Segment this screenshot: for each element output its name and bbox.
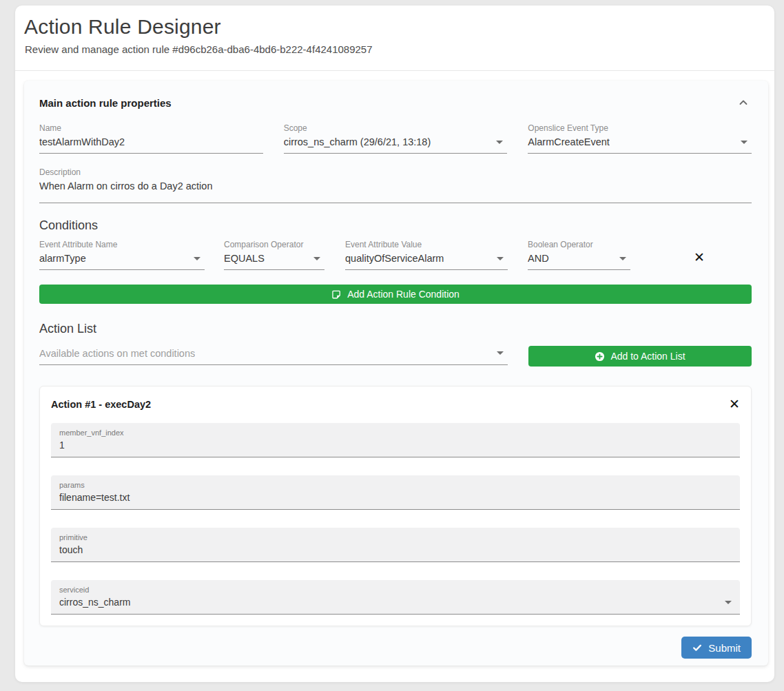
remove-action-close-icon[interactable]: ✕	[729, 398, 740, 411]
event-type-value: AlarmCreateEvent	[528, 136, 609, 147]
name-label: Name	[39, 123, 263, 133]
available-actions-select[interactable]: Available actions on met conditions	[39, 348, 508, 365]
params-field[interactable]: params filename=test.txt	[51, 475, 740, 510]
page-header: Action Rule Designer Review and manage a…	[15, 6, 774, 71]
description-label: Description	[39, 167, 752, 177]
event-attribute-value-value: qualityOfServiceAlarm	[345, 253, 444, 264]
chevron-up-icon[interactable]	[735, 96, 752, 110]
event-type-select[interactable]: Openslice Event Type AlarmCreateEvent	[528, 123, 752, 154]
available-actions-placeholder: Available actions on met conditions	[39, 348, 195, 359]
boolean-operator-value: AND	[528, 253, 549, 264]
dropdown-arrow-icon	[194, 257, 200, 260]
dropdown-arrow-icon	[497, 351, 504, 355]
add-condition-button-label: Add Action Rule Condition	[347, 289, 460, 300]
event-attribute-name-select[interactable]: Event Attribute Name alarmType	[39, 240, 205, 270]
page-subtitle: Review and manage action rule #d96cb26a-…	[25, 43, 765, 55]
serviceid-select[interactable]: serviceid cirros_ns_charm	[51, 580, 740, 615]
scope-value: cirros_ns_charm (29/6/21, 13:18)	[284, 136, 431, 147]
primitive-field[interactable]: primitive touch	[51, 528, 740, 562]
params-label: params	[59, 481, 732, 489]
boolean-operator-select[interactable]: Boolean Operator AND	[528, 240, 630, 270]
condition-row: Event Attribute Name alarmType Compariso…	[39, 240, 752, 270]
dropdown-arrow-icon	[497, 257, 504, 260]
primitive-label: primitive	[59, 533, 732, 542]
conditions-heading: Conditions	[39, 218, 752, 233]
add-circle-icon	[595, 351, 605, 362]
member-vnf-index-field[interactable]: member_vnf_index 1	[51, 423, 740, 457]
name-field[interactable]: Name testAlarmWithDay2	[39, 123, 263, 154]
primitive-value: touch	[59, 544, 83, 555]
member-vnf-index-value: 1	[59, 440, 65, 451]
boolean-operator-label: Boolean Operator	[528, 240, 630, 249]
dropdown-arrow-icon	[725, 601, 732, 604]
comparison-operator-select[interactable]: Comparison Operator EQUALS	[224, 240, 324, 270]
serviceid-value: cirros_ns_charm	[59, 597, 130, 608]
event-attribute-value-select[interactable]: Event Attribute Value qualityOfServiceAl…	[345, 240, 508, 270]
action-card-title: Action #1 - execDay2	[51, 399, 151, 410]
panel-header[interactable]: Main action rule properties	[39, 96, 752, 110]
main-fields-row: Name testAlarmWithDay2 Scope cirros_ns_c…	[39, 123, 752, 154]
check-icon	[692, 643, 702, 652]
action-card: Action #1 - execDay2 ✕ member_vnf_index …	[39, 386, 752, 626]
event-attribute-value-label: Event Attribute Value	[345, 240, 508, 249]
panel-title: Main action rule properties	[39, 97, 172, 109]
dropdown-arrow-icon	[619, 257, 626, 260]
page-title: Action Rule Designer	[24, 15, 765, 39]
submit-row: Submit	[681, 637, 752, 659]
scope-label: Scope	[284, 123, 508, 133]
serviceid-label: serviceid	[59, 586, 732, 594]
main-properties-panel: Main action rule properties Name testAla…	[24, 81, 768, 666]
member-vnf-index-label: member_vnf_index	[59, 429, 732, 437]
add-to-action-list-button[interactable]: Add to Action List	[528, 346, 752, 367]
remove-condition-close-icon[interactable]: ✕	[694, 251, 705, 264]
event-attribute-name-value: alarmType	[39, 253, 86, 264]
submit-button[interactable]: Submit	[681, 637, 752, 659]
main-container: Action Rule Designer Review and manage a…	[15, 6, 774, 682]
dropdown-arrow-icon	[313, 257, 320, 260]
dropdown-arrow-icon	[741, 141, 747, 144]
scope-select[interactable]: Scope cirros_ns_charm (29/6/21, 13:18)	[284, 123, 508, 154]
params-value: filename=test.txt	[59, 492, 130, 503]
action-list-heading: Action List	[39, 322, 752, 336]
event-type-label: Openslice Event Type	[528, 123, 752, 133]
comparison-operator-label: Comparison Operator	[224, 240, 324, 249]
comparison-operator-value: EQUALS	[224, 253, 265, 264]
add-condition-button[interactable]: Add Action Rule Condition	[39, 285, 752, 304]
dropdown-arrow-icon	[496, 141, 503, 144]
action-select-row: Available actions on met conditions Add …	[39, 346, 752, 367]
submit-button-label: Submit	[708, 642, 741, 654]
note-add-icon	[331, 289, 342, 300]
description-field[interactable]: Description When Alarm on cirros do a Da…	[39, 167, 752, 203]
description-value: When Alarm on cirros do a Day2 action	[39, 181, 212, 192]
add-to-action-list-button-label: Add to Action List	[610, 351, 685, 362]
event-attribute-name-label: Event Attribute Name	[39, 240, 205, 249]
name-value: testAlarmWithDay2	[39, 136, 125, 147]
